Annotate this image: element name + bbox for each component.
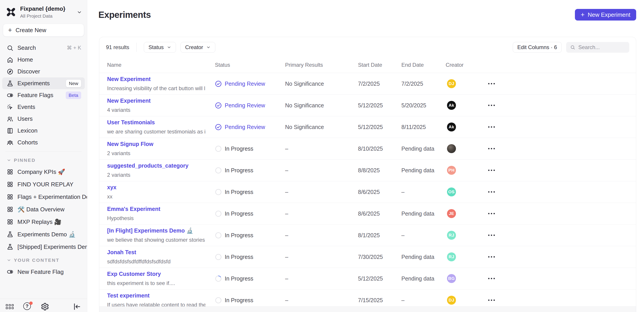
table-row: xyx xx In Progress – 8/6/2025 – OS <box>99 181 636 203</box>
column-header-primary-results[interactable]: Primary Results <box>285 62 358 68</box>
column-header-status[interactable]: Status <box>215 62 285 68</box>
sidebar: Fixpanel {demo} All Project Data + Creat… <box>0 0 87 312</box>
cohorts-icon <box>7 139 14 146</box>
creator-cell: Ak <box>446 101 482 110</box>
search-input[interactable] <box>578 44 625 50</box>
pinned-section-header[interactable]: PINNED <box>0 153 87 165</box>
pinned-item-shipped-experiments-demo[interactable]: [Shipped] Experiments Demo 🖊️ <box>0 241 87 253</box>
status-filter-button[interactable]: Status <box>144 42 176 53</box>
experiment-name-link[interactable]: New Experiment <box>107 98 151 104</box>
row-actions-menu[interactable] <box>487 297 636 303</box>
experiment-name-link[interactable]: New Signup Flow <box>107 141 154 147</box>
page-title: Experiments <box>98 10 151 20</box>
end-date-cell: – <box>402 189 446 195</box>
end-date-cell: Pending data <box>402 210 446 217</box>
row-actions-menu[interactable] <box>487 124 636 130</box>
row-actions-menu[interactable] <box>487 276 636 282</box>
sidebar-bottom-bar: ? <box>0 299 87 312</box>
start-date-cell: 8/6/2025 <box>358 210 402 217</box>
row-actions-menu[interactable] <box>487 102 636 108</box>
experiments-table-card: 91 results Status Creator Edit Columns ·… <box>99 37 636 312</box>
edit-columns-label: Edit Columns · 6 <box>518 44 557 50</box>
actions-cell <box>482 146 636 152</box>
column-header-name[interactable]: Name <box>107 62 215 68</box>
experiment-name-link[interactable]: Emma's Experiment <box>107 206 160 212</box>
sidebar-item-search[interactable]: Search ⌘ + K <box>2 42 85 54</box>
start-date-cell: 7/15/2025 <box>358 297 402 304</box>
table-search[interactable] <box>566 42 629 53</box>
sidebar-item-events[interactable]: Events <box>2 101 85 113</box>
sidebar-item-cohorts[interactable]: Cohorts <box>2 137 85 149</box>
collapse-sidebar-icon[interactable] <box>73 303 81 311</box>
workspace-switcher[interactable]: Fixpanel {demo} All Project Data <box>0 0 87 22</box>
experiment-name-link[interactable]: Exp Customer Story <box>107 271 161 277</box>
create-new-button[interactable]: + Create New <box>3 24 84 37</box>
end-date-cell: – <box>402 297 446 304</box>
row-actions-menu[interactable] <box>487 146 636 152</box>
sidebar-item-users[interactable]: Users <box>2 113 85 125</box>
experiment-name-link[interactable]: suggested_products_category <box>107 162 188 169</box>
row-actions-menu[interactable] <box>487 189 636 195</box>
experiment-description: Increasing visibility of the cart button… <box>107 85 206 92</box>
in-progress-icon <box>215 145 222 152</box>
pinned-item-flags-experimentation[interactable]: Flags + Experimentation Demo <box>0 191 87 203</box>
sidebar-item-feature-flags[interactable]: Feature Flags Beta <box>2 89 85 101</box>
pending-review-icon <box>215 124 222 131</box>
creator-cell: Ak <box>446 123 482 132</box>
status-label: In Progress <box>225 232 253 239</box>
row-actions-menu[interactable] <box>487 167 636 173</box>
experiment-description: this experiment is to see if.... <box>107 280 206 286</box>
results-count: 91 results <box>106 44 129 50</box>
experiment-description: 2 variants <box>107 172 206 178</box>
row-actions-menu[interactable] <box>487 232 636 238</box>
pinned-item-mxp-replays[interactable]: MXP Replays 🎥 <box>0 216 87 228</box>
new-experiment-button[interactable]: + New Experiment <box>575 9 636 20</box>
experiment-name-link[interactable]: xyx <box>107 184 116 191</box>
experiment-name-link[interactable]: New Experiment <box>107 76 151 82</box>
experiment-name-link[interactable]: [In Flight] Experiments Demo 🔬 <box>107 227 193 234</box>
primary-results-cell: No Significance <box>285 102 358 109</box>
board-icon <box>7 181 14 188</box>
pinned-item-experiments-demo[interactable]: Experiments Demo 🔬 <box>0 228 87 241</box>
plus-icon: + <box>8 27 12 33</box>
help-icon[interactable]: ? <box>23 303 32 311</box>
sidebar-item-home[interactable]: Home <box>2 54 85 66</box>
experiment-name-link[interactable]: User Testimonials <box>107 119 155 126</box>
start-date-cell: 8/6/2025 <box>358 189 402 195</box>
new-badge: New <box>66 80 81 87</box>
apps-grid-icon[interactable] <box>6 303 14 311</box>
creator-filter-button[interactable]: Creator <box>180 42 215 53</box>
start-date-cell: 8/8/2025 <box>358 167 402 174</box>
your-content-section-header[interactable]: YOUR CONTENT <box>0 253 87 266</box>
pinned-item-find-your-replay[interactable]: FIND YOUR REPLAY <box>0 178 87 191</box>
pinned-label: Flags + Experimentation Demo <box>18 193 87 200</box>
pinned-label: FIND YOUR REPLAY <box>18 181 73 188</box>
row-actions-menu[interactable] <box>487 211 636 216</box>
in-progress-icon <box>215 254 222 260</box>
edit-columns-button[interactable]: Edit Columns · 6 <box>513 42 562 53</box>
settings-gear-icon[interactable] <box>41 303 49 311</box>
experiment-name-link[interactable]: Jonah Test <box>107 249 136 256</box>
sidebar-item-discover[interactable]: Discover <box>2 66 85 77</box>
experiment-name-link[interactable]: Test experiment <box>107 292 150 299</box>
column-header-end-date[interactable]: End Date <box>402 62 446 68</box>
column-header-start-date[interactable]: Start Date <box>358 62 402 68</box>
end-date-cell: Pending data <box>402 275 446 282</box>
sidebar-item-lexicon[interactable]: Lexicon <box>2 125 85 137</box>
status-cell: Pending Review <box>215 102 285 109</box>
pinned-item-data-overview[interactable]: 🛠️ Data Overview <box>0 203 87 216</box>
board-icon <box>7 193 14 200</box>
row-actions-menu[interactable] <box>487 81 636 87</box>
toolbar-divider <box>136 43 137 52</box>
end-date-cell: Pending data <box>402 254 446 260</box>
row-actions-menu[interactable] <box>487 254 636 260</box>
column-header-creator[interactable]: Creator <box>446 62 482 68</box>
experiment-description: sdfdsfdsfsdfdffdfdsfsdfdsfd <box>107 258 206 265</box>
experiment-name-cell: New Signup Flow 2 variants <box>107 141 215 156</box>
status-label: Pending Review <box>225 102 265 109</box>
pinned-item-company-kpis[interactable]: Company KPIs 🚀 <box>0 165 87 178</box>
experiment-description: Hypothesis <box>107 215 206 221</box>
your-content-item-new-feature-flag[interactable]: New Feature Flag <box>0 266 87 278</box>
sidebar-item-experiments[interactable]: Experiments New <box>2 77 85 89</box>
experiment-name-cell: [In Flight] Experiments Demo 🔬 we believ… <box>107 227 215 243</box>
